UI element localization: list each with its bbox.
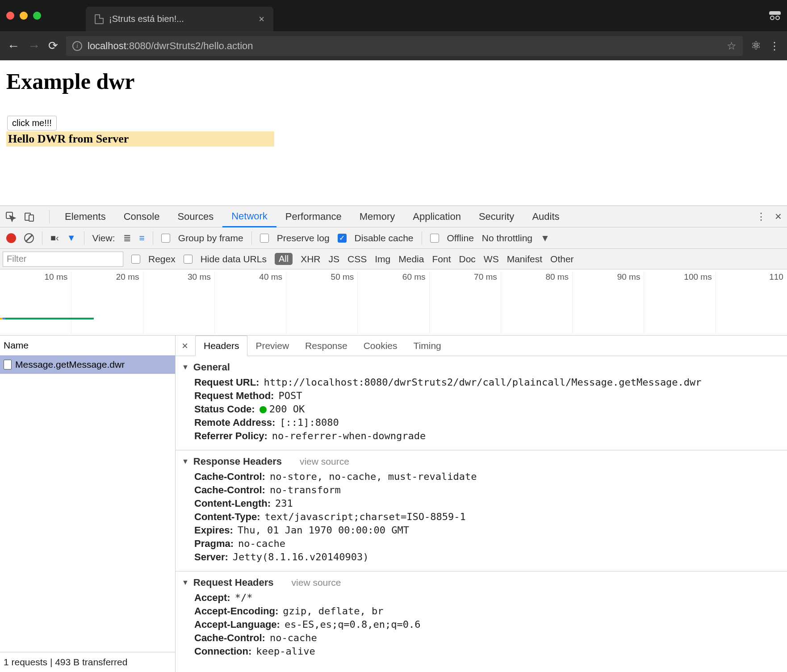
collapse-icon[interactable]: ▼ bbox=[182, 363, 189, 371]
page-icon bbox=[95, 14, 104, 24]
close-window-button[interactable] bbox=[6, 12, 14, 20]
devtools-menu-icon[interactable]: ⋮ bbox=[756, 211, 766, 223]
back-button[interactable]: ← bbox=[7, 39, 20, 53]
view-list-icon[interactable]: ≣ bbox=[123, 233, 131, 244]
network-timeline[interactable]: 10 ms 20 ms 30 ms 40 ms 50 ms 60 ms 70 m… bbox=[0, 269, 787, 336]
timeline-bar bbox=[0, 318, 94, 319]
timeline-tick: 40 ms bbox=[215, 271, 286, 334]
request-row[interactable]: Message.getMessage.dwr bbox=[0, 356, 175, 374]
record-button[interactable] bbox=[6, 233, 16, 243]
offline-checkbox[interactable] bbox=[430, 234, 439, 243]
screenshot-icon[interactable]: ■‹ bbox=[50, 233, 59, 243]
request-list-header[interactable]: Name bbox=[0, 336, 175, 356]
view-source-link[interactable]: view source bbox=[292, 577, 341, 588]
separator bbox=[422, 231, 422, 245]
tab-memory[interactable]: Memory bbox=[351, 206, 404, 227]
preserve-log-checkbox[interactable] bbox=[260, 234, 269, 243]
filter-type-other[interactable]: Other bbox=[550, 254, 574, 265]
detail-tab-response[interactable]: Response bbox=[297, 336, 356, 356]
status-dot-icon bbox=[260, 406, 267, 413]
page-content: Example dwr click me!!! Hello DWR from S… bbox=[0, 60, 787, 155]
collapse-icon[interactable]: ▼ bbox=[182, 458, 189, 466]
throttling-caret-icon[interactable]: ▼ bbox=[540, 233, 550, 244]
filter-toggle-icon[interactable]: ▼ bbox=[67, 233, 76, 243]
server-message: Hello DWR from Server bbox=[6, 131, 274, 147]
bookmark-star-icon[interactable]: ☆ bbox=[727, 40, 737, 52]
filter-type-js[interactable]: JS bbox=[329, 254, 340, 265]
forward-button[interactable]: → bbox=[28, 39, 40, 53]
detail-tab-timing[interactable]: Timing bbox=[406, 336, 449, 356]
detail-tab-headers[interactable]: Headers bbox=[195, 336, 247, 356]
regex-checkbox[interactable] bbox=[131, 255, 140, 264]
section-response-headers: ▼Response Headersview source Cache-Contr… bbox=[176, 450, 787, 571]
tab-performance[interactable]: Performance bbox=[276, 206, 351, 227]
timeline-tick: 100 ms bbox=[644, 271, 716, 334]
tab-security[interactable]: Security bbox=[470, 206, 523, 227]
filter-input[interactable]: Filter bbox=[3, 252, 123, 267]
separator bbox=[153, 231, 153, 245]
timeline-tick: 10 ms bbox=[0, 271, 71, 334]
browser-menu-icon[interactable]: ⋮ bbox=[769, 40, 780, 52]
filter-type-css[interactable]: CSS bbox=[347, 254, 367, 265]
tab-title: ¡Struts está bien!... bbox=[109, 14, 184, 24]
section-title: General bbox=[193, 361, 230, 373]
filter-type-all[interactable]: All bbox=[275, 253, 293, 265]
section-general: ▼General Request URL:http://localhost:80… bbox=[176, 356, 787, 450]
extension-atom-icon[interactable]: ⚛ bbox=[751, 39, 761, 53]
tab-network[interactable]: Network bbox=[222, 206, 276, 227]
window-titlebar: ¡Struts está bien!... × bbox=[0, 0, 787, 31]
minimize-window-button[interactable] bbox=[20, 12, 28, 20]
detail-tab-cookies[interactable]: Cookies bbox=[356, 336, 406, 356]
timeline-tick: 80 ms bbox=[501, 271, 573, 334]
devtools-panel: Elements Console Sources Network Perform… bbox=[0, 206, 787, 672]
filter-type-manifest[interactable]: Manifest bbox=[507, 254, 542, 265]
filter-type-img[interactable]: Img bbox=[375, 254, 390, 265]
offline-label: Offline bbox=[447, 233, 474, 244]
reload-button[interactable]: ⟳ bbox=[48, 39, 58, 53]
kv-value: [::1]:8080 bbox=[280, 417, 339, 428]
tab-application[interactable]: Application bbox=[404, 206, 470, 227]
inspect-element-icon[interactable] bbox=[5, 211, 16, 222]
detail-tab-preview[interactable]: Preview bbox=[247, 336, 297, 356]
request-list: Name Message.getMessage.dwr 1 requests |… bbox=[0, 336, 176, 672]
browser-tab[interactable]: ¡Struts está bien!... × bbox=[86, 7, 273, 31]
request-list-footer: 1 requests | 493 B transferred bbox=[0, 652, 175, 672]
disable-cache-checkbox[interactable]: ✓ bbox=[338, 234, 347, 243]
url-path: :8080/dwrStruts2/hello.action bbox=[126, 40, 253, 51]
page-heading: Example dwr bbox=[6, 68, 781, 94]
devtools-tabs: Elements Console Sources Network Perform… bbox=[0, 206, 787, 227]
clear-button[interactable] bbox=[24, 233, 34, 243]
filter-type-ws[interactable]: WS bbox=[484, 254, 499, 265]
view-source-link[interactable]: view source bbox=[300, 456, 349, 467]
tab-sources[interactable]: Sources bbox=[168, 206, 222, 227]
hide-data-urls-checkbox[interactable] bbox=[184, 255, 193, 264]
close-tab-icon[interactable]: × bbox=[259, 13, 264, 25]
filter-type-media[interactable]: Media bbox=[398, 254, 424, 265]
filter-type-font[interactable]: Font bbox=[432, 254, 451, 265]
filter-type-doc[interactable]: Doc bbox=[459, 254, 475, 265]
tab-elements[interactable]: Elements bbox=[56, 206, 115, 227]
throttling-select[interactable]: No throttling bbox=[482, 233, 532, 244]
address-bar[interactable]: i localhost:8080/dwrStruts2/hello.action… bbox=[66, 36, 743, 56]
network-filter-row: Filter Regex Hide data URLs All XHR JS C… bbox=[0, 249, 787, 269]
close-details-icon[interactable]: × bbox=[179, 340, 191, 352]
svg-rect-2 bbox=[29, 215, 33, 221]
maximize-window-button[interactable] bbox=[33, 12, 41, 20]
view-waterfall-icon[interactable]: ≡ bbox=[139, 233, 145, 244]
regex-label: Regex bbox=[148, 254, 176, 265]
devtools-close-icon[interactable]: × bbox=[775, 210, 782, 223]
preserve-log-label: Preserve log bbox=[277, 233, 330, 244]
kv-value: no-referrer-when-downgrade bbox=[272, 430, 426, 441]
filter-type-xhr[interactable]: XHR bbox=[301, 254, 320, 265]
timeline-tick: 90 ms bbox=[573, 271, 644, 334]
separator bbox=[251, 231, 252, 245]
tab-console[interactable]: Console bbox=[115, 206, 169, 227]
click-me-button[interactable]: click me!!! bbox=[7, 116, 57, 130]
tab-audits[interactable]: Audits bbox=[523, 206, 568, 227]
timeline-tick: 60 ms bbox=[358, 271, 429, 334]
site-info-icon[interactable]: i bbox=[72, 41, 82, 51]
group-by-frame-checkbox[interactable] bbox=[161, 234, 170, 243]
kv-value: */* bbox=[235, 592, 253, 603]
device-toggle-icon[interactable] bbox=[24, 211, 35, 222]
collapse-icon[interactable]: ▼ bbox=[182, 579, 189, 587]
